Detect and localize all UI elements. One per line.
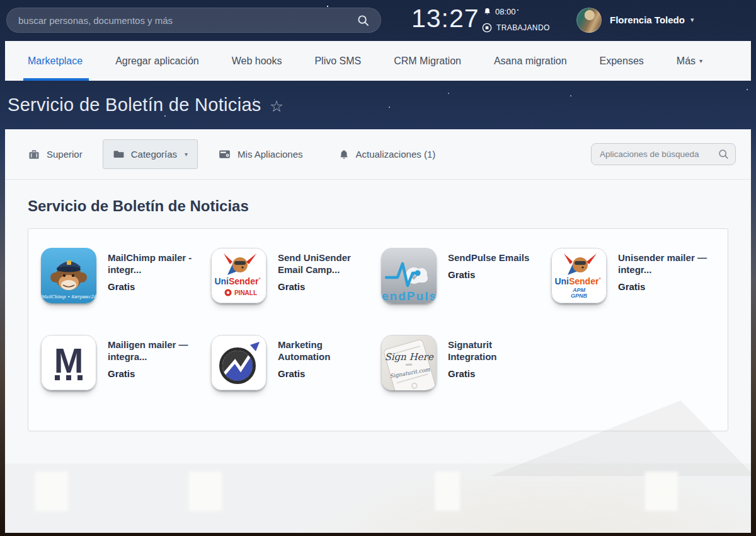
page-title: Servicio de Boletín de Noticias — [8, 95, 261, 115]
app-search[interactable] — [591, 143, 736, 165]
chevron-down-icon: ▾ — [690, 16, 694, 24]
mailchimp-icon: MailChimp • Битрикс24 — [41, 248, 96, 303]
app-price: Gratis — [108, 368, 202, 379]
stop-record-icon — [482, 23, 492, 33]
app-title: MailChimp mailer - integr... — [108, 252, 202, 276]
top-bar: 13:27 08:00 TRABAJANDO Florencia Toledo … — [0, 0, 756, 41]
page-header: Servicio de Boletín de Noticias ☆ — [0, 81, 756, 129]
app-price: Gratis — [278, 368, 372, 379]
svg-text:endPuls: endPuls — [382, 289, 436, 303]
signaturit-icon: Sign Here with Signaturit.com — [381, 335, 437, 390]
app-card-mailchimp[interactable]: MailChimp • Битрикс24 MailChimp mailer -… — [41, 248, 211, 303]
bell-icon — [338, 149, 350, 160]
app-cards-panel: MailChimp • Битрикс24 MailChimp mailer -… — [28, 228, 728, 431]
favorite-star-icon[interactable]: ☆ — [270, 97, 284, 115]
svg-text:GPNB: GPNB — [571, 293, 588, 299]
svg-text:UniSender°: UniSender° — [214, 276, 260, 286]
sendpulse-icon: endPuls — [381, 248, 437, 303]
app-title: SendPulse Emails — [448, 252, 529, 264]
nav-item-asana-migration[interactable]: Asana migration — [478, 41, 583, 81]
app-card-signaturit[interactable]: Sign Here with Signaturit.com Signaturit… — [381, 335, 551, 390]
alarm-bell-icon — [483, 8, 491, 16]
chevron-down-icon: ▾ — [185, 151, 188, 158]
nav-item-plivo-sms[interactable]: Plivo SMS — [298, 41, 377, 81]
svg-text:MailChimp • Битрикс24: MailChimp • Битрикс24 — [41, 294, 96, 300]
nav-item-expenses[interactable]: Expenses — [583, 41, 660, 81]
briefcase-icon — [28, 148, 40, 161]
alarm-time: 08:00 — [495, 7, 516, 16]
global-search[interactable] — [6, 8, 381, 33]
app-card-sendpulse[interactable]: endPuls SendPulse Emails Gratis — [381, 248, 551, 303]
content-panel: Superior Categorías ▾ Mis Apliaciones Ac… — [5, 129, 751, 533]
svg-text:UniSender°: UniSender° — [554, 276, 600, 286]
app-title: Unisender mailer — integr... — [618, 252, 713, 276]
app-price: Gratis — [618, 281, 713, 292]
tab-mis-apliaciones-label: Mis Apliaciones — [238, 149, 302, 160]
unisender-pinall-icon: UniSender° PINALL — [211, 248, 266, 303]
unisender-icon: UniSender° APM GPNB — [551, 248, 607, 303]
user-menu[interactable]: Florencia Toledo ▾ — [610, 15, 694, 25]
nav-item-marketplace[interactable]: Marketplace — [28, 41, 99, 81]
main-nav: Marketplace Agregar aplicación Web hooks… — [5, 41, 751, 81]
tab-mis-apliaciones[interactable]: Mis Apliaciones — [218, 148, 302, 161]
app-price: Gratis — [448, 269, 529, 280]
app-price: Gratis — [448, 368, 542, 379]
app-card-send-unisender[interactable]: UniSender° PINALL Send UniSender Email C… — [211, 248, 381, 303]
app-card-marketing-automation[interactable]: Marketing Automation Gratis — [211, 335, 381, 390]
wallet-icon — [218, 148, 231, 161]
user-avatar[interactable] — [576, 8, 602, 33]
svg-text:M: M — [54, 341, 84, 380]
work-status-label: TRABAJANDO — [496, 23, 550, 32]
svg-text:with: with — [405, 363, 413, 366]
nav-item-web-hooks[interactable]: Web hooks — [215, 41, 299, 81]
app-price: Gratis — [108, 281, 202, 292]
app-price: Gratis — [278, 281, 372, 292]
clock[interactable]: 13:27 — [411, 4, 479, 33]
search-icon[interactable] — [718, 149, 729, 160]
marketing-automation-icon — [211, 335, 266, 390]
tab-superior[interactable]: Superior — [28, 148, 83, 161]
app-title: Signaturit Integration — [448, 339, 542, 363]
section-heading: Servicio de Boletín de Noticias — [28, 197, 751, 215]
user-name-label: Florencia Toledo — [610, 15, 685, 25]
app-search-input[interactable] — [591, 143, 736, 165]
app-card-mailigen[interactable]: M Mailigen mailer — integra... Gratis — [41, 335, 211, 390]
app-card-unisender-mailer[interactable]: UniSender° APM GPNB Unisender mailer — i… — [551, 248, 721, 303]
svg-text:Sign Here: Sign Here — [384, 351, 433, 363]
tab-superior-label: Superior — [47, 149, 83, 160]
folder-icon — [113, 148, 125, 160]
chevron-down-icon: ▾ — [699, 57, 702, 64]
global-search-input[interactable] — [18, 15, 357, 26]
search-icon[interactable] — [357, 15, 369, 26]
marketplace-toolbar: Superior Categorías ▾ Mis Apliaciones Ac… — [5, 129, 751, 180]
app-title: Send UniSender Email Camp... — [278, 252, 372, 276]
svg-text:PINALL: PINALL — [234, 289, 257, 296]
tab-categorias[interactable]: Categorías ▾ — [103, 139, 198, 169]
alarm-row[interactable]: 08:00 — [483, 7, 516, 16]
nav-item-agregar-aplicacion[interactable]: Agregar aplicación — [99, 41, 215, 81]
nav-item-crm-migration[interactable]: CRM Migration — [377, 41, 478, 81]
mailigen-icon: M — [41, 335, 96, 390]
app-title: Mailigen mailer — integra... — [108, 339, 202, 363]
tab-categorias-label: Categorías — [131, 149, 177, 160]
work-status[interactable]: TRABAJANDO — [482, 23, 550, 33]
app-title: Marketing Automation — [278, 339, 372, 363]
tab-actualizaciones-label: Actualizaciones (1) — [356, 149, 436, 160]
nav-item-mas[interactable]: Más ▾ — [660, 41, 719, 81]
tab-actualizaciones[interactable]: Actualizaciones (1) — [338, 149, 436, 160]
